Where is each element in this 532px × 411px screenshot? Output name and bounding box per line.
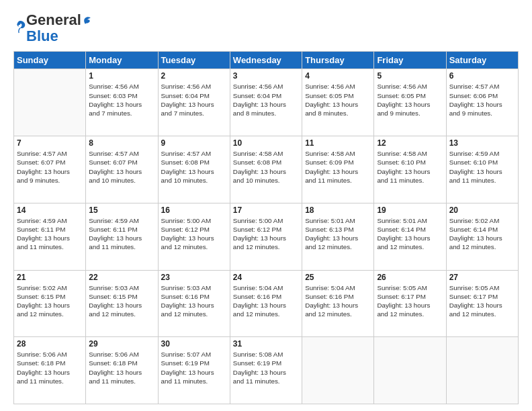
day-number: 16 bbox=[161, 205, 227, 215]
day-number: 10 bbox=[233, 138, 299, 148]
day-number: 5 bbox=[377, 71, 443, 81]
calendar-cell: 6Sunrise: 4:57 AMSunset: 6:06 PMDaylight… bbox=[446, 69, 518, 136]
day-number: 19 bbox=[377, 205, 443, 215]
logo: General Blue bbox=[13, 12, 93, 44]
calendar-cell: 27Sunrise: 5:05 AMSunset: 6:17 PMDayligh… bbox=[446, 270, 518, 337]
day-number: 31 bbox=[233, 339, 299, 349]
day-info: Sunrise: 4:58 AMSunset: 6:08 PMDaylight:… bbox=[233, 149, 299, 185]
day-info: Sunrise: 5:05 AMSunset: 6:17 PMDaylight:… bbox=[377, 283, 443, 319]
calendar-cell: 5Sunrise: 4:56 AMSunset: 6:05 PMDaylight… bbox=[374, 69, 446, 136]
calendar-cell: 2Sunrise: 4:56 AMSunset: 6:04 PMDaylight… bbox=[158, 69, 230, 136]
calendar-week-row: 21Sunrise: 5:02 AMSunset: 6:15 PMDayligh… bbox=[14, 270, 519, 337]
calendar-day-header: Tuesday bbox=[158, 52, 230, 69]
day-info: Sunrise: 5:04 AMSunset: 6:16 PMDaylight:… bbox=[233, 283, 299, 319]
calendar-day-header: Saturday bbox=[446, 52, 518, 69]
day-info: Sunrise: 4:59 AMSunset: 6:11 PMDaylight:… bbox=[17, 216, 83, 252]
day-number: 3 bbox=[233, 71, 299, 81]
header: General Blue bbox=[13, 12, 519, 44]
calendar-cell: 9Sunrise: 4:57 AMSunset: 6:08 PMDaylight… bbox=[158, 136, 230, 203]
calendar-cell: 28Sunrise: 5:06 AMSunset: 6:18 PMDayligh… bbox=[14, 337, 86, 404]
calendar-day-header: Monday bbox=[86, 52, 158, 69]
day-info: Sunrise: 5:08 AMSunset: 6:19 PMDaylight:… bbox=[233, 350, 299, 385]
logo-blue-word: Blue bbox=[26, 28, 93, 44]
calendar-cell: 26Sunrise: 5:05 AMSunset: 6:17 PMDayligh… bbox=[374, 270, 446, 337]
calendar-cell: 29Sunrise: 5:06 AMSunset: 6:18 PMDayligh… bbox=[86, 337, 158, 404]
day-number: 9 bbox=[161, 138, 227, 148]
calendar-cell: 30Sunrise: 5:07 AMSunset: 6:19 PMDayligh… bbox=[158, 337, 230, 404]
day-number: 17 bbox=[233, 205, 299, 215]
calendar-cell: 11Sunrise: 4:58 AMSunset: 6:09 PMDayligh… bbox=[302, 136, 374, 203]
calendar-week-row: 7Sunrise: 4:57 AMSunset: 6:07 PMDaylight… bbox=[14, 136, 519, 203]
day-info: Sunrise: 5:02 AMSunset: 6:15 PMDaylight:… bbox=[17, 283, 83, 319]
calendar-cell: 4Sunrise: 4:56 AMSunset: 6:05 PMDaylight… bbox=[302, 69, 374, 136]
day-info: Sunrise: 5:01 AMSunset: 6:13 PMDaylight:… bbox=[305, 216, 371, 252]
day-number: 24 bbox=[233, 273, 299, 282]
day-number: 6 bbox=[449, 71, 515, 81]
calendar-cell bbox=[14, 69, 86, 136]
calendar-week-row: 28Sunrise: 5:06 AMSunset: 6:18 PMDayligh… bbox=[14, 337, 519, 404]
day-info: Sunrise: 5:03 AMSunset: 6:16 PMDaylight:… bbox=[161, 283, 227, 319]
calendar-day-header: Thursday bbox=[302, 52, 374, 69]
day-info: Sunrise: 4:56 AMSunset: 6:05 PMDaylight:… bbox=[305, 82, 371, 118]
day-number: 20 bbox=[449, 205, 515, 215]
calendar-header-row: SundayMondayTuesdayWednesdayThursdayFrid… bbox=[14, 52, 519, 69]
logo-text: General Blue bbox=[26, 12, 93, 44]
calendar-cell: 19Sunrise: 5:01 AMSunset: 6:14 PMDayligh… bbox=[374, 203, 446, 270]
calendar-cell: 18Sunrise: 5:01 AMSunset: 6:13 PMDayligh… bbox=[302, 203, 374, 270]
day-info: Sunrise: 4:56 AMSunset: 6:03 PMDaylight:… bbox=[89, 82, 154, 118]
day-info: Sunrise: 4:56 AMSunset: 6:04 PMDaylight:… bbox=[161, 82, 227, 118]
day-info: Sunrise: 5:00 AMSunset: 6:12 PMDaylight:… bbox=[161, 216, 227, 252]
calendar-day-header: Sunday bbox=[14, 52, 86, 69]
day-number: 18 bbox=[305, 205, 371, 215]
calendar-cell: 20Sunrise: 5:02 AMSunset: 6:14 PMDayligh… bbox=[446, 203, 518, 270]
calendar-cell: 21Sunrise: 5:02 AMSunset: 6:15 PMDayligh… bbox=[14, 270, 86, 337]
day-info: Sunrise: 5:01 AMSunset: 6:14 PMDaylight:… bbox=[377, 216, 443, 252]
day-info: Sunrise: 4:57 AMSunset: 6:08 PMDaylight:… bbox=[161, 149, 227, 185]
day-number: 30 bbox=[161, 339, 227, 349]
day-info: Sunrise: 5:00 AMSunset: 6:12 PMDaylight:… bbox=[233, 216, 299, 252]
calendar-cell bbox=[374, 337, 446, 404]
page: General Blue SundayMondayTuesdayWednesda… bbox=[0, 0, 532, 411]
day-number: 23 bbox=[161, 273, 227, 282]
calendar-cell: 25Sunrise: 5:04 AMSunset: 6:16 PMDayligh… bbox=[302, 270, 374, 337]
day-info: Sunrise: 4:59 AMSunset: 6:11 PMDaylight:… bbox=[89, 216, 154, 252]
day-number: 21 bbox=[17, 273, 83, 282]
day-info: Sunrise: 5:05 AMSunset: 6:17 PMDaylight:… bbox=[449, 283, 515, 319]
calendar-week-row: 14Sunrise: 4:59 AMSunset: 6:11 PMDayligh… bbox=[14, 203, 519, 270]
day-info: Sunrise: 4:58 AMSunset: 6:09 PMDaylight:… bbox=[305, 149, 371, 185]
day-info: Sunrise: 4:59 AMSunset: 6:10 PMDaylight:… bbox=[449, 149, 515, 185]
calendar-cell: 17Sunrise: 5:00 AMSunset: 6:12 PMDayligh… bbox=[230, 203, 302, 270]
logo-general-text: General bbox=[26, 11, 81, 28]
day-info: Sunrise: 4:56 AMSunset: 6:04 PMDaylight:… bbox=[233, 82, 299, 118]
day-number: 28 bbox=[17, 339, 83, 349]
day-info: Sunrise: 4:57 AMSunset: 6:06 PMDaylight:… bbox=[449, 82, 515, 118]
day-info: Sunrise: 4:58 AMSunset: 6:10 PMDaylight:… bbox=[377, 149, 443, 185]
day-number: 14 bbox=[17, 205, 83, 215]
calendar-cell bbox=[302, 337, 374, 404]
day-number: 1 bbox=[89, 71, 154, 81]
calendar-day-header: Wednesday bbox=[230, 52, 302, 69]
day-number: 11 bbox=[305, 138, 371, 148]
calendar-cell: 10Sunrise: 4:58 AMSunset: 6:08 PMDayligh… bbox=[230, 136, 302, 203]
logo-bird-icon bbox=[14, 19, 26, 34]
day-number: 2 bbox=[161, 71, 227, 81]
day-info: Sunrise: 5:06 AMSunset: 6:18 PMDaylight:… bbox=[17, 350, 83, 385]
day-info: Sunrise: 5:04 AMSunset: 6:16 PMDaylight:… bbox=[305, 283, 371, 319]
day-info: Sunrise: 5:03 AMSunset: 6:15 PMDaylight:… bbox=[89, 283, 154, 319]
calendar-cell: 24Sunrise: 5:04 AMSunset: 6:16 PMDayligh… bbox=[230, 270, 302, 337]
day-number: 7 bbox=[17, 138, 83, 148]
day-number: 26 bbox=[377, 273, 443, 282]
calendar-cell: 13Sunrise: 4:59 AMSunset: 6:10 PMDayligh… bbox=[446, 136, 518, 203]
calendar-cell: 1Sunrise: 4:56 AMSunset: 6:03 PMDaylight… bbox=[86, 69, 158, 136]
day-number: 13 bbox=[449, 138, 515, 148]
day-number: 25 bbox=[305, 273, 371, 282]
calendar-day-header: Friday bbox=[374, 52, 446, 69]
calendar-cell: 3Sunrise: 4:56 AMSunset: 6:04 PMDaylight… bbox=[230, 69, 302, 136]
calendar-week-row: 1Sunrise: 4:56 AMSunset: 6:03 PMDaylight… bbox=[14, 69, 519, 136]
day-number: 29 bbox=[89, 339, 154, 349]
day-info: Sunrise: 5:06 AMSunset: 6:18 PMDaylight:… bbox=[89, 350, 154, 385]
calendar-cell: 14Sunrise: 4:59 AMSunset: 6:11 PMDayligh… bbox=[14, 203, 86, 270]
calendar-cell: 16Sunrise: 5:00 AMSunset: 6:12 PMDayligh… bbox=[158, 203, 230, 270]
calendar-cell: 23Sunrise: 5:03 AMSunset: 6:16 PMDayligh… bbox=[158, 270, 230, 337]
calendar-cell: 15Sunrise: 4:59 AMSunset: 6:11 PMDayligh… bbox=[86, 203, 158, 270]
